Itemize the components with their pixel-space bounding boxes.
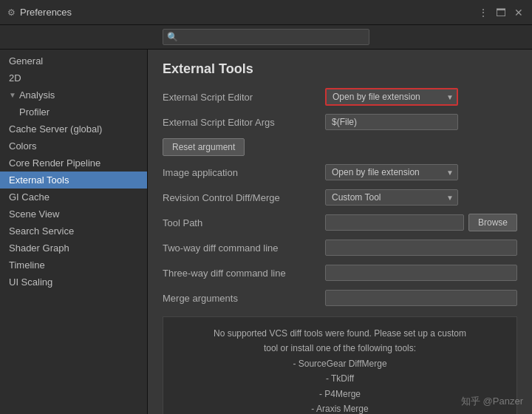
sidebar-item-core-render-pipeline[interactable]: Core Render Pipeline bbox=[0, 155, 147, 172]
search-input[interactable] bbox=[163, 29, 369, 45]
window-title: Preferences bbox=[20, 7, 72, 18]
text-input-merge-arguments[interactable] bbox=[325, 290, 517, 306]
form-row-image-application: Image applicationOpen by file extensionP… bbox=[163, 163, 517, 182]
sidebar-item-cache-server-(global)[interactable]: Cache Server (global) bbox=[0, 121, 147, 138]
content-panel: External Tools External Script EditorOpe… bbox=[148, 50, 532, 414]
sidebar-label: Colors bbox=[9, 140, 37, 152]
sidebar-item-analysis[interactable]: ▼Analysis bbox=[0, 86, 147, 104]
select-wrap-image-application: Open by file extensionPhotoshopGIMP▼ bbox=[325, 164, 458, 180]
page-title: External Tools bbox=[163, 61, 517, 77]
info-line-2: - SourceGear DiffMerge bbox=[293, 359, 386, 369]
sidebar-label: Scene View bbox=[9, 208, 59, 220]
sidebar-item-colors[interactable]: Colors bbox=[0, 138, 147, 155]
form-control-two-way-diff bbox=[325, 240, 517, 256]
search-icon: 🔍 bbox=[167, 32, 178, 42]
form-control-external-script-editor-args bbox=[325, 114, 517, 130]
window-controls: ⋮ 🗖 ✕ bbox=[477, 7, 525, 18]
sidebar-label: Core Render Pipeline bbox=[9, 157, 100, 169]
sidebar-item-general[interactable]: General bbox=[0, 52, 147, 69]
sidebar-item-profiler[interactable]: Profiler bbox=[0, 104, 147, 121]
info-line-1: tool or install one of the following too… bbox=[264, 343, 416, 353]
text-input-three-way-diff[interactable] bbox=[325, 265, 517, 281]
form-control-three-way-diff bbox=[325, 265, 517, 281]
form-label-external-script-editor: External Script Editor bbox=[163, 92, 325, 103]
sidebar-label: UI Scaling bbox=[9, 276, 52, 288]
sidebar-item-timeline[interactable]: Timeline bbox=[0, 257, 147, 274]
sidebar-label: Timeline bbox=[9, 259, 45, 271]
form-row-external-script-editor-args: External Script Editor Args bbox=[163, 112, 517, 132]
form-label-three-way-diff: Three-way diff command line bbox=[163, 268, 325, 279]
preferences-icon: ⚙ bbox=[7, 7, 16, 18]
sidebar-label: General bbox=[9, 55, 43, 67]
select-revision-control[interactable]: Custom ToolTkDiffSourceGear DiffMergeP4M… bbox=[325, 189, 458, 206]
main-layout: General2D▼AnalysisProfilerCache Server (… bbox=[0, 50, 532, 414]
form-row-three-way-diff: Three-way diff command line bbox=[163, 263, 517, 282]
form-label-two-way-diff: Two-way diff command line bbox=[163, 242, 325, 254]
search-wrap: 🔍 bbox=[163, 29, 369, 45]
sidebar-item-gi-cache[interactable]: GI Cache bbox=[0, 189, 147, 206]
text-input-two-way-diff[interactable] bbox=[325, 240, 517, 256]
sidebar-item-ui-scaling[interactable]: UI Scaling bbox=[0, 274, 147, 291]
sidebar: General2D▼AnalysisProfilerCache Server (… bbox=[0, 50, 148, 414]
sidebar-label: 2D bbox=[9, 72, 21, 84]
info-line-4: - P4Merge bbox=[319, 389, 361, 399]
maximize-icon[interactable]: 🗖 bbox=[495, 7, 507, 18]
sidebar-item-scene-view[interactable]: Scene View bbox=[0, 206, 147, 223]
text-input-external-script-editor-args[interactable] bbox=[325, 114, 458, 130]
select-image-application[interactable]: Open by file extensionPhotoshopGIMP bbox=[325, 164, 458, 180]
sidebar-item-2d[interactable]: 2D bbox=[0, 69, 147, 86]
sidebar-item-search-service[interactable]: Search Service bbox=[0, 223, 147, 240]
tool-path-input[interactable] bbox=[325, 214, 464, 231]
info-box-text: No supported VCS diff tools were found. … bbox=[175, 326, 505, 414]
info-line-0: No supported VCS diff tools were found. … bbox=[214, 328, 466, 339]
search-bar: 🔍 bbox=[0, 25, 532, 50]
sidebar-label: Profiler bbox=[19, 106, 50, 118]
form-label-tool-path: Tool Path bbox=[163, 217, 325, 228]
sidebar-label: GI Cache bbox=[9, 191, 50, 203]
sidebar-item-external-tools[interactable]: External Tools bbox=[0, 172, 147, 189]
form-control-image-application: Open by file extensionPhotoshopGIMP▼ bbox=[325, 164, 517, 180]
menu-icon[interactable]: ⋮ bbox=[477, 7, 489, 18]
sidebar-label: Cache Server (global) bbox=[9, 123, 102, 135]
form-row-revision-control: Revision Control Diff/MergeCustom ToolTk… bbox=[163, 188, 517, 207]
form-label-external-script-editor-args: External Script Editor Args bbox=[163, 117, 325, 128]
form-control-merge-arguments bbox=[325, 290, 517, 306]
browse-button[interactable]: Browse bbox=[468, 214, 517, 231]
reset-argument-button[interactable]: Reset argument bbox=[163, 138, 245, 156]
form-row-tool-path: Tool PathBrowse bbox=[163, 213, 517, 232]
select-wrap-revision-control: Custom ToolTkDiffSourceGear DiffMergeP4M… bbox=[325, 189, 458, 206]
info-line-5: - Araxis Merge bbox=[311, 404, 368, 414]
form-row-merge-arguments: Merge arguments bbox=[163, 288, 517, 308]
form-label-revision-control: Revision Control Diff/Merge bbox=[163, 192, 325, 203]
form-control-revision-control: Custom ToolTkDiffSourceGear DiffMergeP4M… bbox=[325, 189, 517, 206]
form-label-merge-arguments: Merge arguments bbox=[163, 293, 325, 304]
form-control-tool-path: Browse bbox=[325, 214, 517, 231]
close-icon[interactable]: ✕ bbox=[513, 7, 525, 18]
form-row-external-script-editor: External Script EditorOpen by file exten… bbox=[163, 87, 517, 106]
sidebar-label: Shader Graph bbox=[9, 242, 69, 254]
select-external-script-editor[interactable]: Open by file extensionVisual Studio Code… bbox=[325, 88, 458, 106]
sidebar-label: Analysis bbox=[19, 89, 55, 101]
sidebar-item-shader-graph[interactable]: Shader Graph bbox=[0, 240, 147, 257]
sidebar-label: Search Service bbox=[9, 225, 74, 237]
select-wrap-external-script-editor: Open by file extensionVisual Studio Code… bbox=[325, 88, 458, 106]
expand-icon: ▼ bbox=[9, 91, 16, 99]
form-control-external-script-editor: Open by file extensionVisual Studio Code… bbox=[325, 88, 517, 106]
title-bar: ⚙ Preferences ⋮ 🗖 ✕ bbox=[0, 0, 532, 25]
form-label-image-application: Image application bbox=[163, 167, 325, 178]
watermark: 知乎 @Panzer bbox=[461, 395, 523, 408]
info-line-3: - TkDiff bbox=[326, 373, 354, 384]
form-row-two-way-diff: Two-way diff command line bbox=[163, 238, 517, 257]
form-row-reset-argument: Reset argument bbox=[163, 138, 517, 157]
sidebar-label: External Tools bbox=[9, 174, 69, 186]
